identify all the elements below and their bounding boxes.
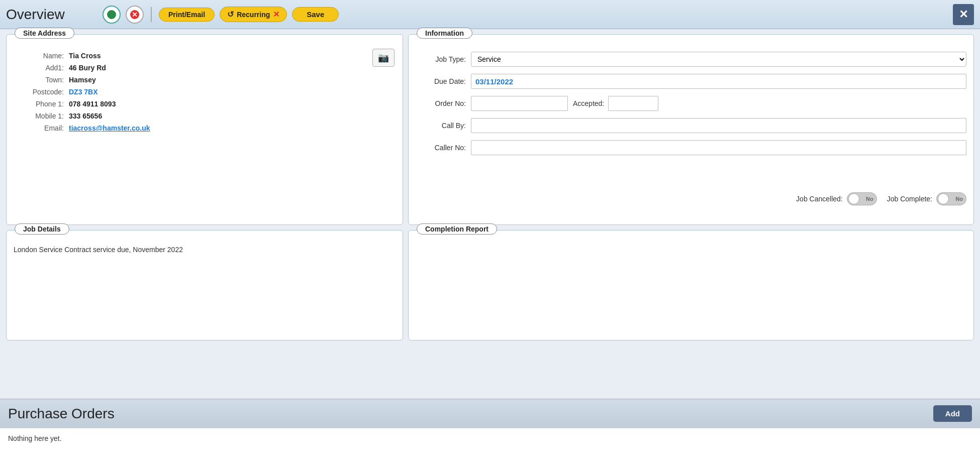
postcode-value: DZ3 7BX xyxy=(69,88,98,96)
add1-label: Add1: xyxy=(14,64,69,72)
main-content: Site Address 📷 Name: Tia Cross Add1: 46 … xyxy=(0,29,980,399)
caller-no-row: Caller No: xyxy=(416,140,966,155)
address-mobile1-row: Mobile 1: 333 65656 xyxy=(14,112,396,120)
job-complete-group: Job Complete: No xyxy=(887,192,966,205)
address-postcode-row: Postcode: DZ3 7BX xyxy=(14,88,396,96)
recurring-icon: ↺ xyxy=(227,10,234,19)
town-value: Hamsey xyxy=(69,76,96,84)
recurring-close-icon[interactable]: ✕ xyxy=(273,10,279,19)
name-label: Name: xyxy=(14,52,69,60)
camera-button[interactable]: 📷 xyxy=(372,49,395,67)
toggle-knob-complete xyxy=(938,193,949,204)
recurring-label: Recurring xyxy=(237,11,270,19)
red-x-icon: ✕ xyxy=(130,10,139,19)
address-name-row: Name: Tia Cross xyxy=(14,52,396,60)
site-address-title: Site Address xyxy=(15,28,74,39)
header: Overview ✕ Print/Email ↺ Recurring ✕ Sav… xyxy=(0,0,980,29)
completion-report-panel: Completion Report xyxy=(408,230,974,340)
info-grid: Job Type: Service Repair Installation Ma… xyxy=(416,47,966,205)
job-details-panel: Job Details London Service Contract serv… xyxy=(6,230,403,340)
purchase-orders-header: Purchase Orders Add xyxy=(0,399,980,428)
caller-no-label: Caller No: xyxy=(416,144,466,152)
email-value: tiacross@hamster.co.uk xyxy=(69,124,150,132)
information-title: Information xyxy=(417,28,472,39)
address-phone1-row: Phone 1: 078 4911 8093 xyxy=(14,100,396,108)
call-by-input[interactable] xyxy=(471,118,966,133)
toggle-row: Job Cancelled: No Job Complete: No xyxy=(416,162,966,205)
accepted-label: Accepted: xyxy=(573,99,604,107)
add-purchase-order-button[interactable]: Add xyxy=(933,405,972,422)
town-label: Town: xyxy=(14,76,69,84)
save-button[interactable]: Save xyxy=(292,7,339,22)
purchase-orders-content: Nothing here yet. xyxy=(0,428,980,458)
site-address-panel: Site Address 📷 Name: Tia Cross Add1: 46 … xyxy=(6,34,403,225)
job-cancelled-toggle[interactable]: No xyxy=(847,192,877,205)
top-row: Site Address 📷 Name: Tia Cross Add1: 46 … xyxy=(6,34,974,225)
purchase-orders-empty-message: Nothing here yet. xyxy=(8,434,62,442)
bottom-row: Job Details London Service Contract serv… xyxy=(6,230,974,340)
address-town-row: Town: Hamsey xyxy=(14,76,396,84)
close-button[interactable]: ✕ xyxy=(953,4,974,25)
job-details-title: Job Details xyxy=(15,223,69,235)
call-by-label: Call By: xyxy=(416,122,466,130)
header-controls: ✕ Print/Email ↺ Recurring ✕ Save xyxy=(103,6,947,24)
camera-icon: 📷 xyxy=(378,52,389,63)
postcode-label: Postcode: xyxy=(14,88,69,96)
order-no-input[interactable] xyxy=(471,96,568,111)
job-details-text: London Service Contract service due, Nov… xyxy=(14,243,396,257)
order-no-row: Order No: Accepted: xyxy=(416,96,966,111)
call-by-row: Call By: xyxy=(416,118,966,133)
due-date-label: Due Date: xyxy=(416,77,466,85)
accepted-group: Accepted: xyxy=(573,96,658,111)
job-cancelled-group: Job Cancelled: No xyxy=(796,192,877,205)
job-complete-label: Job Complete: xyxy=(887,195,932,203)
status-red-button[interactable]: ✕ xyxy=(126,6,144,24)
recurring-button[interactable]: ↺ Recurring ✕ xyxy=(220,7,287,22)
divider xyxy=(151,7,152,22)
mobile1-value: 333 65656 xyxy=(69,112,102,120)
job-type-select[interactable]: Service Repair Installation Maintenance xyxy=(471,52,966,67)
status-green-button[interactable] xyxy=(103,6,121,24)
address-add1-row: Add1: 46 Bury Rd xyxy=(14,64,396,72)
order-no-label: Order No: xyxy=(416,99,466,107)
mobile1-label: Mobile 1: xyxy=(14,112,69,120)
address-email-row: Email: tiacross@hamster.co.uk xyxy=(14,124,396,132)
information-panel: Information Job Type: Service Repair Ins… xyxy=(408,34,974,225)
green-dot-icon xyxy=(107,10,116,19)
page-title: Overview xyxy=(6,7,96,23)
job-type-row: Job Type: Service Repair Installation Ma… xyxy=(416,52,966,67)
job-complete-toggle-text: No xyxy=(955,196,963,202)
completion-report-title: Completion Report xyxy=(417,223,497,235)
due-date-row: Due Date: xyxy=(416,74,966,89)
add1-value: 46 Bury Rd xyxy=(69,64,106,72)
email-label: Email: xyxy=(14,124,69,132)
job-complete-toggle[interactable]: No xyxy=(936,192,966,205)
name-value: Tia Cross xyxy=(69,52,101,60)
phone1-value: 078 4911 8093 xyxy=(69,100,116,108)
toggle-knob-cancelled xyxy=(848,193,859,204)
accepted-input[interactable] xyxy=(608,96,658,111)
caller-no-input[interactable] xyxy=(471,140,966,155)
phone1-label: Phone 1: xyxy=(14,100,69,108)
job-cancelled-label: Job Cancelled: xyxy=(796,195,843,203)
print-email-button[interactable]: Print/Email xyxy=(159,8,215,22)
job-type-label: Job Type: xyxy=(416,55,466,63)
due-date-input[interactable] xyxy=(471,74,966,89)
address-table: Name: Tia Cross Add1: 46 Bury Rd Town: H… xyxy=(14,47,396,132)
purchase-orders-title: Purchase Orders xyxy=(8,406,115,422)
job-cancelled-toggle-text: No xyxy=(866,196,873,202)
